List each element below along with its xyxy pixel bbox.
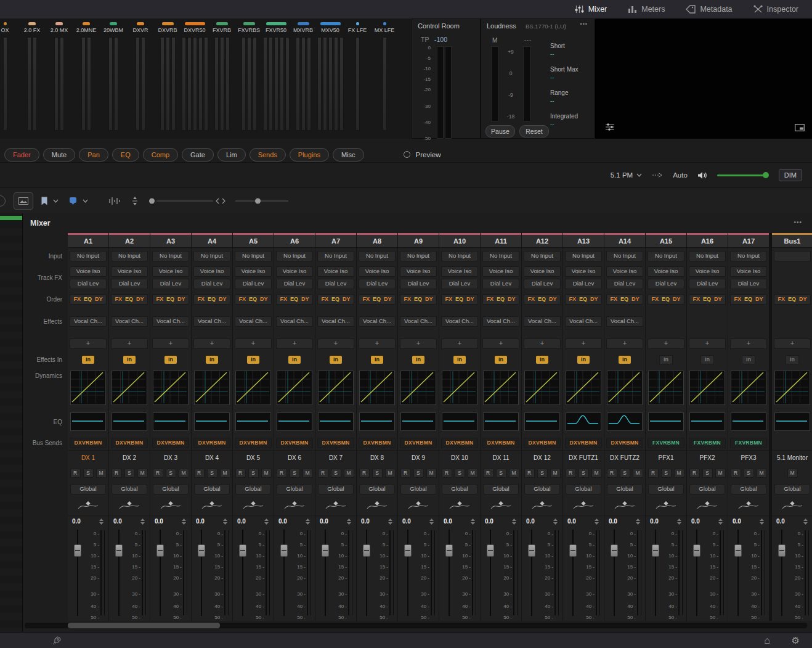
bus-send[interactable]: DXVRBMN <box>400 438 437 448</box>
track-fx-plugin[interactable]: Voice Iso <box>152 266 189 277</box>
rsm-r-button[interactable]: R <box>277 469 287 478</box>
eq-graph[interactable] <box>648 412 684 431</box>
timeline-zoom-slider-handle[interactable] <box>255 198 261 203</box>
rsm-r-button[interactable]: R <box>359 469 370 478</box>
effect-slot[interactable]: Vocal Ch... <box>482 316 519 327</box>
rsm-r-button[interactable]: R <box>400 469 411 478</box>
channel-header[interactable]: A8 <box>357 233 397 248</box>
rsm-r-button[interactable]: R <box>442 469 452 478</box>
bus-send[interactable]: DXVRBMN <box>359 438 396 448</box>
waveform-icon[interactable] <box>108 197 121 205</box>
rsm-s-button[interactable]: S <box>124 469 135 478</box>
channel-header[interactable]: A9 <box>398 233 439 248</box>
channel-header[interactable]: Bus1 <box>772 233 812 248</box>
rsm-r-button[interactable]: R <box>194 469 205 478</box>
effect-slot[interactable]: Vocal Ch... <box>359 316 396 327</box>
pause-button[interactable]: Pause <box>485 125 515 137</box>
flag-chevron-icon[interactable] <box>53 199 59 203</box>
input-select[interactable]: No Input <box>400 251 437 261</box>
track-fx-plugin[interactable]: Dial Lev <box>730 279 767 289</box>
track-fx-plugin[interactable]: Dial Lev <box>276 279 313 289</box>
pan-control[interactable] <box>365 501 389 511</box>
dynamics-graph[interactable] <box>112 371 147 405</box>
channel-name[interactable]: DX FUTZ1 <box>569 454 598 461</box>
input-select[interactable]: No Input <box>152 251 189 261</box>
fader-handle[interactable] <box>611 544 618 557</box>
rsm-m-button[interactable]: M <box>633 469 643 478</box>
eq-graph[interactable] <box>400 412 436 431</box>
volume-slider-handle[interactable] <box>763 172 769 178</box>
effects-in-toggle[interactable]: In <box>206 356 218 364</box>
channel-header[interactable]: A16 <box>687 233 728 248</box>
track-fx-plugin[interactable]: Dial Lev <box>193 279 230 289</box>
global-button[interactable]: Global <box>524 484 560 494</box>
order-control[interactable]: FXEQDY <box>774 294 811 305</box>
rsm-s-button[interactable]: S <box>496 469 506 478</box>
effects-in-toggle[interactable]: In <box>288 356 301 364</box>
track-fx-plugin[interactable]: Dial Lev <box>689 279 726 289</box>
tab-lim[interactable]: Lim <box>217 148 246 162</box>
input-select[interactable]: No Input <box>482 251 519 261</box>
workspace-button-metadata[interactable]: Metadata <box>686 5 732 14</box>
track-fx-plugin[interactable]: Dial Lev <box>524 279 561 289</box>
track-fx-plugin[interactable]: Voice Iso <box>317 266 354 277</box>
rsm-s-button[interactable]: S <box>248 469 259 478</box>
track-fx-plugin[interactable]: Voice Iso <box>648 266 684 277</box>
marker-icon[interactable] <box>69 197 77 205</box>
dynamics-graph[interactable] <box>442 371 477 405</box>
global-button[interactable]: Global <box>483 484 519 494</box>
monitor-format-select[interactable]: 5.1 PM <box>611 171 642 179</box>
workspace-button-meters[interactable]: Meters <box>628 5 665 14</box>
tab-eq[interactable]: EQ <box>112 148 139 162</box>
dynamics-graph[interactable] <box>277 371 312 405</box>
channel-header[interactable]: A10 <box>439 233 480 248</box>
track-fx-plugin[interactable]: Dial Lev <box>400 279 437 289</box>
fader-handle[interactable] <box>404 544 412 557</box>
track-fx-plugin[interactable]: Voice Iso <box>235 266 272 277</box>
rsm-r-button[interactable]: R <box>70 469 81 478</box>
eq-graph[interactable] <box>442 412 477 431</box>
track-fx-plugin[interactable]: Voice Iso <box>565 266 602 277</box>
global-button[interactable]: Global <box>566 484 601 494</box>
add-effect-button[interactable]: + <box>359 338 396 349</box>
fader-track[interactable] <box>201 530 202 616</box>
fader-track[interactable] <box>118 530 120 616</box>
rsm-m-button[interactable]: M <box>787 469 798 478</box>
order-control[interactable]: FXEQDY <box>400 294 437 305</box>
bus-send[interactable]: DXVRBMN <box>441 438 478 448</box>
bus-send[interactable]: DXVRBMN <box>70 438 107 448</box>
timeline-zoom-slider-track[interactable] <box>235 200 288 202</box>
effect-slot[interactable]: Vocal Ch... <box>317 316 354 327</box>
dynamics-graph[interactable] <box>648 371 684 405</box>
bus-send[interactable]: DXVRBMN <box>317 438 354 448</box>
bus-send[interactable]: DXVRBMN <box>193 438 230 448</box>
rsm-m-button[interactable]: M <box>220 469 230 478</box>
tab-misc[interactable]: Misc <box>333 148 364 162</box>
rsm-s-button[interactable]: S <box>83 469 94 478</box>
rsm-r-button[interactable]: R <box>648 469 659 478</box>
effects-in-toggle[interactable]: In <box>619 356 631 364</box>
rsm-m-button[interactable]: M <box>591 469 602 478</box>
channel-name[interactable]: DX 11 <box>492 454 509 461</box>
rsm-s-button[interactable]: S <box>455 469 465 478</box>
add-effect-button[interactable]: + <box>689 338 726 349</box>
bus-send[interactable]: DXVRBMN <box>565 438 602 448</box>
pan-control[interactable] <box>76 501 100 511</box>
channel-name[interactable]: 5.1 Monitor <box>777 454 808 461</box>
effect-slot[interactable]: Vocal Ch... <box>524 316 561 327</box>
horizontal-scrollbar-thumb[interactable] <box>68 623 220 628</box>
track-fx-plugin[interactable]: Dial Lev <box>111 279 148 289</box>
keyframe-display-button[interactable] <box>14 192 33 210</box>
preview-group[interactable]: Preview <box>404 151 441 158</box>
channel-name[interactable]: PFX2 <box>699 454 715 461</box>
effect-slot[interactable]: Vocal Ch... <box>400 316 437 327</box>
rsm-s-button[interactable]: S <box>331 469 341 478</box>
fader-track[interactable] <box>490 530 491 616</box>
tab-mute[interactable]: Mute <box>43 148 75 162</box>
fader-track[interactable] <box>366 530 367 616</box>
eq-graph[interactable] <box>153 412 189 431</box>
order-control[interactable]: FXEQDY <box>606 294 643 305</box>
dynamics-graph[interactable] <box>731 371 766 405</box>
order-control[interactable]: FXEQDY <box>482 294 519 305</box>
channel-header[interactable]: A15 <box>646 233 686 248</box>
